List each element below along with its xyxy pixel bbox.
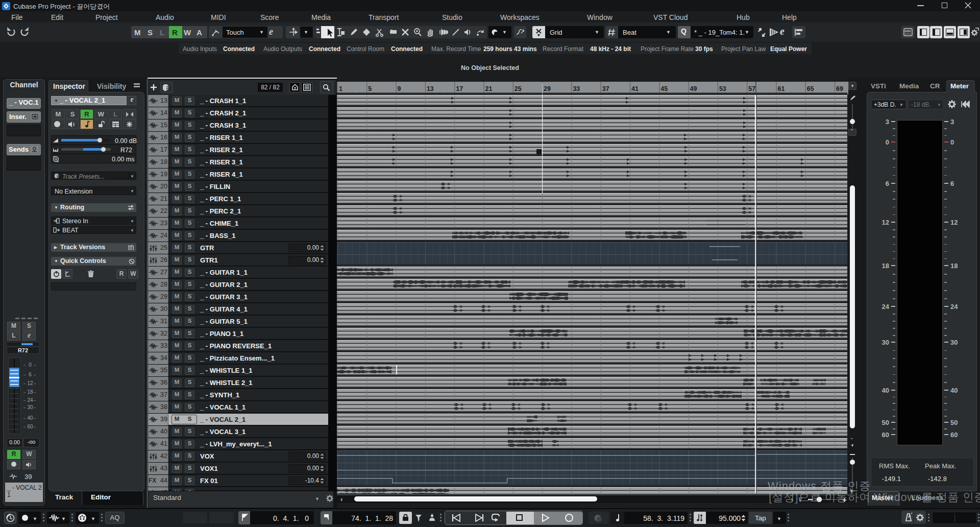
svg-text:9: 9	[398, 85, 401, 92]
svg-text:41: 41	[631, 85, 639, 92]
svg-text:21: 21	[485, 85, 493, 92]
svg-text:‹: ‹	[340, 495, 342, 503]
svg-text:29: 29	[544, 85, 551, 92]
svg-text:33: 33	[573, 85, 580, 92]
svg-text:49: 49	[690, 85, 697, 92]
svg-text:53: 53	[719, 85, 726, 92]
svg-text:65: 65	[807, 85, 814, 92]
svg-text:57: 57	[748, 85, 755, 92]
svg-text:61: 61	[778, 85, 785, 92]
svg-text:17: 17	[456, 85, 463, 92]
svg-text:45: 45	[660, 85, 668, 92]
svg-text:37: 37	[602, 85, 609, 92]
svg-text:1: 1	[339, 85, 342, 92]
svg-text:25: 25	[514, 85, 522, 92]
svg-text:13: 13	[427, 85, 434, 92]
svg-text:69: 69	[836, 85, 843, 92]
svg-text:5: 5	[368, 85, 372, 92]
